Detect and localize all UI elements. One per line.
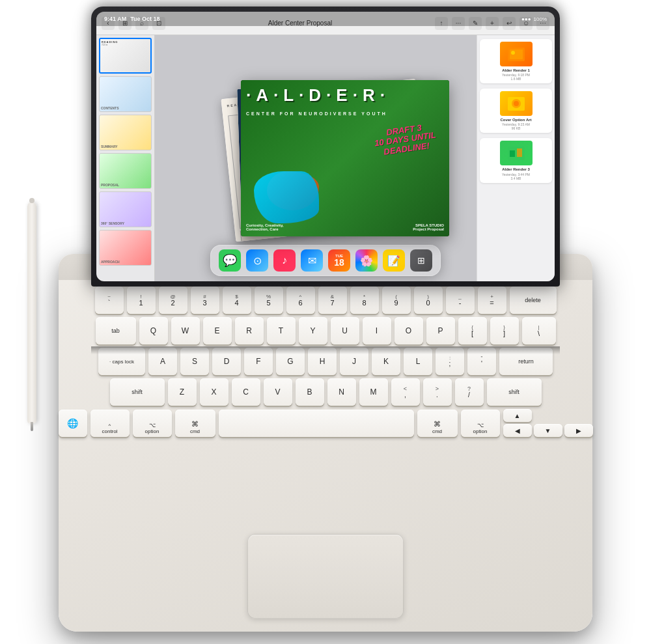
key-8[interactable]: *8 bbox=[350, 287, 379, 314]
key-9[interactable]: (9 bbox=[382, 287, 411, 314]
key-tab[interactable]: tab bbox=[96, 317, 136, 344]
key-6[interactable]: ^6 bbox=[286, 287, 315, 314]
zxcv-row: shift Z X C V B N M <, >. ?/ bbox=[65, 378, 586, 406]
file-item-render3[interactable]: Alder Render 3 Yesterday, 3:44 PM 3.4 MB bbox=[480, 138, 552, 182]
key-v[interactable]: V bbox=[264, 378, 292, 406]
key-control[interactable]: ^ control bbox=[90, 410, 130, 437]
slide-thumb-1[interactable]: READING 72.0 m bbox=[99, 38, 152, 74]
key-w[interactable]: W bbox=[171, 317, 200, 344]
svg-rect-6 bbox=[510, 49, 523, 59]
trackpad[interactable] bbox=[247, 534, 404, 619]
key-equals[interactable]: += bbox=[478, 287, 506, 314]
key-shift-left[interactable]: shift bbox=[110, 378, 165, 406]
key-b[interactable]: B bbox=[296, 378, 324, 406]
ipad-body: 9:41 AM Tue Oct 18 ●●● 100% ‹ ⊞ ⌕ ⊡ Alde… bbox=[91, 7, 560, 287]
time-display: 9:41 AM bbox=[104, 16, 126, 22]
slide-bottom-right: SPELA STUDIOProject Proposal bbox=[413, 223, 444, 231]
key-shift-right[interactable]: shift bbox=[487, 378, 542, 406]
dock-music-app[interactable]: ♪ bbox=[273, 249, 296, 272]
dock-grid-app[interactable]: ⊞ bbox=[410, 249, 432, 272]
key-t[interactable]: T bbox=[267, 317, 296, 344]
slide-bottom-left: Curiosity, Creativity,Connection, Care bbox=[246, 223, 283, 231]
key-7[interactable]: &7 bbox=[318, 287, 347, 314]
file-item-cover[interactable]: Cover Option Art Yesterday, 9:23 AM 96 K… bbox=[480, 89, 552, 133]
key-4[interactable]: $4 bbox=[223, 287, 251, 314]
key-bracket-close[interactable]: }] bbox=[490, 317, 519, 344]
dock-mail-app[interactable]: ✉ bbox=[301, 249, 323, 272]
key-q[interactable]: Q bbox=[139, 317, 168, 344]
key-backslash[interactable]: |\ bbox=[522, 317, 556, 344]
key-e[interactable]: E bbox=[203, 317, 232, 344]
file-item-render1[interactable]: Alder Render 1 Yesterday, 6:18 PM 1.6 MB bbox=[480, 39, 552, 83]
key-comma[interactable]: <, bbox=[391, 378, 420, 406]
key-command-right[interactable]: ⌘ cmd bbox=[417, 410, 458, 437]
slide-stack-front: ·A·L·D·E·R· CENTER FOR NEURODIVERSE YOUT… bbox=[241, 80, 449, 236]
key-1[interactable]: !1 bbox=[127, 287, 156, 314]
key-minus[interactable]: _- bbox=[446, 287, 475, 314]
key-space[interactable] bbox=[219, 410, 414, 437]
key-option-right[interactable]: ⌥ option bbox=[461, 410, 500, 437]
key-backtick[interactable]: ~` bbox=[95, 287, 124, 314]
key-c[interactable]: C bbox=[232, 378, 260, 406]
file-name-3: Alder Render 3 bbox=[502, 167, 530, 172]
key-command-left[interactable]: ⌘ cmd bbox=[175, 410, 215, 437]
slide-blob-cyan bbox=[254, 171, 319, 223]
key-arrow-up[interactable]: ▲ bbox=[503, 409, 532, 422]
file-name-1: Alder Render 1 bbox=[502, 68, 530, 73]
key-y[interactable]: Y bbox=[299, 317, 327, 344]
key-p[interactable]: P bbox=[426, 317, 455, 344]
slide-thumb-6[interactable]: APPROACH bbox=[99, 230, 152, 266]
slide-thumb-2[interactable]: CONTENTS bbox=[99, 76, 152, 112]
key-arrow-down[interactable]: ▼ bbox=[534, 424, 562, 437]
file-size-3: 3.4 MB bbox=[511, 176, 521, 180]
key-r[interactable]: R bbox=[235, 317, 264, 344]
key-arrow-right[interactable]: ▶ bbox=[564, 424, 593, 437]
keyboard-rows: ~` !1 @2 #3 $4 %5 bbox=[65, 287, 586, 440]
ipad-dock: 💬 ⊙ ♪ ✉ TUE 18 🌸 bbox=[210, 245, 441, 276]
key-m[interactable]: M bbox=[359, 378, 388, 406]
main-slide: ·A·L·D·E·R· CENTER FOR NEURODIVERSE YOUT… bbox=[241, 80, 449, 236]
hinge-shadow bbox=[91, 346, 560, 354]
key-0[interactable]: )0 bbox=[414, 287, 443, 314]
key-delete[interactable]: delete bbox=[510, 287, 557, 314]
key-o[interactable]: O bbox=[395, 317, 423, 344]
key-2[interactable]: @2 bbox=[159, 287, 187, 314]
key-arrow-left[interactable]: ◀ bbox=[503, 424, 532, 437]
key-x[interactable]: X bbox=[200, 378, 229, 406]
status-left: 9:41 AM Tue Oct 18 bbox=[104, 16, 160, 22]
arrow-lr-row: ◀ ▼ ▶ bbox=[503, 424, 593, 437]
key-option-left[interactable]: ⌥ option bbox=[133, 410, 172, 437]
key-globe[interactable]: 🌐 bbox=[59, 410, 87, 437]
key-bracket-open[interactable]: {[ bbox=[458, 317, 487, 344]
key-period[interactable]: >. bbox=[423, 378, 452, 406]
svg-point-7 bbox=[511, 51, 515, 55]
slide-thumb-3[interactable]: SUMMARY bbox=[99, 115, 152, 150]
date-display: Tue Oct 18 bbox=[130, 16, 159, 22]
key-n[interactable]: N bbox=[327, 378, 356, 406]
svg-rect-13 bbox=[517, 148, 522, 157]
slide-thumb-5[interactable]: 360° SENSORY bbox=[99, 191, 152, 227]
file-icon-3 bbox=[500, 141, 533, 165]
key-3[interactable]: #3 bbox=[191, 287, 219, 314]
key-5[interactable]: %5 bbox=[255, 287, 283, 314]
apple-pencil bbox=[27, 202, 36, 423]
file-icon-2 bbox=[500, 91, 533, 116]
key-i[interactable]: I bbox=[363, 317, 391, 344]
slide-main-title: ·A·L·D·E·R· bbox=[246, 85, 444, 105]
key-slash[interactable]: ?/ bbox=[455, 378, 484, 406]
status-right: ●●● 100% bbox=[521, 16, 547, 22]
dock-messages-app[interactable]: 💬 bbox=[219, 249, 241, 272]
dock-notes-app[interactable]: 📝 bbox=[383, 249, 405, 272]
key-u[interactable]: U bbox=[331, 317, 359, 344]
scene: 9:41 AM Tue Oct 18 ●●● 100% ‹ ⊞ ⌕ ⊡ Alde… bbox=[0, 0, 651, 644]
ipad-keyboard-wrapper: 9:41 AM Tue Oct 18 ●●● 100% ‹ ⊞ ⌕ ⊡ Alde… bbox=[59, 7, 592, 632]
key-z[interactable]: Z bbox=[168, 378, 197, 406]
stacked-slides: READING bbox=[217, 42, 473, 275]
arrow-keys-group: ▲ ◀ ▼ ▶ bbox=[503, 409, 593, 437]
dock-safari-app[interactable]: ⊙ bbox=[246, 249, 268, 272]
slide-thumb-4[interactable]: PROPOSAL bbox=[99, 153, 152, 189]
dock-photos-app[interactable]: 🌸 bbox=[355, 249, 378, 272]
number-row: ~` !1 @2 #3 $4 %5 bbox=[65, 287, 586, 314]
file-size-1: 1.6 MB bbox=[511, 77, 521, 81]
dock-calendar-app[interactable]: TUE 18 bbox=[328, 249, 350, 272]
